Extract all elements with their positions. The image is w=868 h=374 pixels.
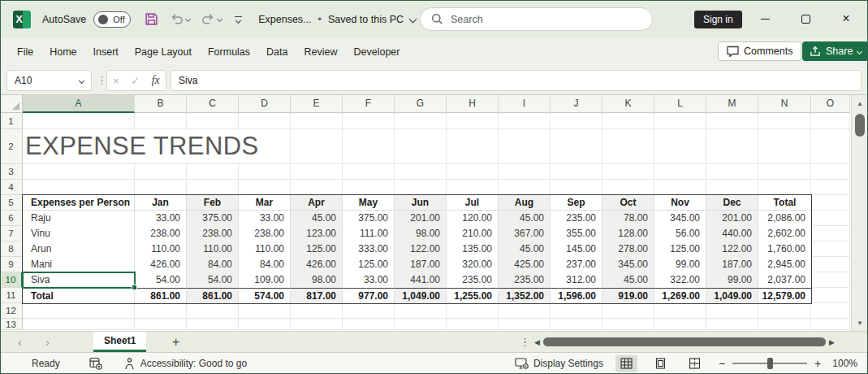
ribbon-tab-insert[interactable]: Insert (93, 46, 119, 58)
sign-in-button[interactable]: Sign in (694, 11, 742, 28)
accessibility-status[interactable]: Accessibility: Good to go (140, 358, 247, 369)
total-label-cell[interactable]: Total (23, 288, 135, 303)
expense-value-cell[interactable]: 2,602.00 (758, 226, 811, 241)
column-header-E[interactable]: E (291, 95, 343, 113)
expense-value-cell[interactable]: 367.00 (499, 226, 551, 241)
table-header-cell[interactable]: Jan (135, 195, 187, 211)
page-break-preview-button[interactable] (684, 355, 706, 372)
redo-button[interactable] (201, 13, 222, 25)
expense-value-cell[interactable]: 345.00 (602, 257, 654, 272)
expense-value-cell[interactable]: 355.00 (551, 226, 602, 241)
row-header-8[interactable]: 8 (0, 241, 23, 257)
expense-value-cell[interactable]: 426.00 (135, 257, 187, 272)
zoom-out-button[interactable]: − (719, 357, 725, 370)
table-header-cell[interactable]: Apr (291, 195, 343, 211)
expense-value-cell[interactable]: 201.00 (395, 211, 447, 226)
expense-value-cell[interactable]: 33.00 (135, 211, 187, 226)
column-header-D[interactable]: D (239, 95, 291, 113)
display-settings-button[interactable]: Display Settings (515, 358, 603, 369)
previous-sheet-icon[interactable]: ‹ (18, 332, 22, 352)
cancel-entry-icon[interactable]: × (113, 75, 119, 87)
column-header-I[interactable]: I (499, 95, 551, 113)
scroll-down-icon[interactable]: ▼ (852, 320, 868, 327)
zoom-slider-thumb[interactable] (767, 358, 773, 369)
total-value-cell[interactable]: 1,255.00 (447, 288, 499, 303)
select-all-corner[interactable] (0, 95, 23, 113)
expense-value-cell[interactable]: 345.00 (654, 211, 706, 226)
expense-value-cell[interactable]: 375.00 (343, 211, 395, 226)
expense-value-cell[interactable]: 78.00 (602, 211, 654, 226)
save-button[interactable] (145, 12, 158, 26)
expense-value-cell[interactable]: 2,037.00 (758, 272, 811, 288)
zoom-in-button[interactable]: + (814, 357, 821, 370)
redo-dropdown-icon[interactable] (217, 16, 222, 22)
zoom-level[interactable]: 100% (832, 358, 857, 369)
expense-value-cell[interactable]: 125.00 (654, 241, 706, 257)
ribbon-tab-page-layout[interactable]: Page Layout (135, 46, 192, 58)
expense-value-cell[interactable]: 135.00 (447, 241, 499, 257)
expense-value-cell[interactable]: 187.00 (395, 257, 447, 272)
total-value-cell[interactable]: 977.00 (343, 288, 395, 303)
expense-value-cell[interactable]: 84.00 (239, 257, 291, 272)
expense-value-cell[interactable]: 440.00 (706, 226, 758, 241)
table-header-cell[interactable]: Feb (187, 195, 239, 211)
expense-value-cell[interactable]: 238.00 (187, 226, 239, 241)
expense-value-cell[interactable]: 84.00 (187, 257, 239, 272)
insert-function-icon[interactable]: fx (152, 74, 160, 87)
vertical-scroll-thumb[interactable] (855, 114, 865, 137)
expense-value-cell[interactable]: 237.00 (551, 257, 602, 272)
confirm-entry-icon[interactable]: ✓ (131, 75, 140, 87)
row-header-11[interactable]: 11 (0, 288, 23, 303)
name-box[interactable]: A10 (6, 70, 92, 91)
expense-value-cell[interactable]: 125.00 (291, 241, 343, 257)
expense-value-cell[interactable]: 56.00 (654, 226, 706, 241)
row-header-5[interactable]: 5 (0, 195, 23, 211)
close-button[interactable]: × (826, 0, 866, 37)
ribbon-tab-formulas[interactable]: Formulas (208, 46, 250, 58)
maximize-button[interactable] (785, 0, 826, 37)
total-value-cell[interactable]: 12,579.00 (758, 288, 811, 303)
column-header-B[interactable]: B (135, 95, 187, 113)
customize-quick-access-toolbar-button[interactable] (235, 16, 242, 23)
expense-value-cell[interactable]: 111.00 (343, 226, 395, 241)
table-header-cell[interactable]: Mar (239, 195, 291, 211)
total-value-cell[interactable]: 574.00 (239, 288, 291, 303)
expense-value-cell[interactable]: 238.00 (239, 226, 291, 241)
total-value-cell[interactable]: 861.00 (187, 288, 239, 303)
expense-value-cell[interactable]: 201.00 (706, 211, 758, 226)
zoom-slider[interactable] (732, 363, 807, 364)
table-header-cell[interactable]: Aug (499, 195, 551, 211)
expense-value-cell[interactable]: 122.00 (395, 241, 447, 257)
autosave-toggle[interactable]: Off (93, 11, 131, 28)
table-header-cell[interactable]: May (343, 195, 395, 211)
scroll-left-icon[interactable]: ◀ (534, 338, 540, 346)
table-header-cell[interactable]: Jun (395, 195, 447, 211)
total-value-cell[interactable]: 1,352.00 (499, 288, 551, 303)
worksheet-title-cell[interactable]: EXPENSE TRENDS (25, 130, 267, 163)
expense-value-cell[interactable]: 45.00 (499, 241, 551, 257)
row-header-1[interactable]: 1 (0, 113, 23, 129)
table-header-cell[interactable]: Dec (706, 195, 758, 211)
expense-value-cell[interactable]: 98.00 (291, 272, 343, 288)
expense-value-cell[interactable]: 45.00 (602, 272, 654, 288)
table-header-cell[interactable]: Oct (602, 195, 654, 211)
person-name-cell[interactable]: Vinu (23, 226, 135, 241)
expense-value-cell[interactable]: 54.00 (135, 272, 187, 288)
expense-value-cell[interactable]: 210.00 (447, 226, 499, 241)
expense-value-cell[interactable]: 33.00 (343, 272, 395, 288)
ribbon-tab-data[interactable]: Data (266, 46, 287, 58)
table-header-cell[interactable]: Total (758, 195, 811, 211)
scroll-right-icon[interactable]: ▶ (829, 338, 835, 346)
expense-value-cell[interactable]: 187.00 (706, 257, 758, 272)
expense-value-cell[interactable]: 98.00 (395, 226, 447, 241)
expense-value-cell[interactable]: 99.00 (706, 272, 758, 288)
expense-value-cell[interactable]: 333.00 (343, 241, 395, 257)
row-header-9[interactable]: 9 (0, 257, 23, 272)
expense-value-cell[interactable]: 125.00 (343, 257, 395, 272)
macro-record-button[interactable] (89, 357, 102, 370)
column-header-G[interactable]: G (395, 95, 447, 113)
total-value-cell[interactable]: 817.00 (291, 288, 343, 303)
column-header-C[interactable]: C (187, 95, 239, 113)
comments-button[interactable]: Comments (718, 41, 801, 61)
expense-value-cell[interactable]: 145.00 (551, 241, 602, 257)
